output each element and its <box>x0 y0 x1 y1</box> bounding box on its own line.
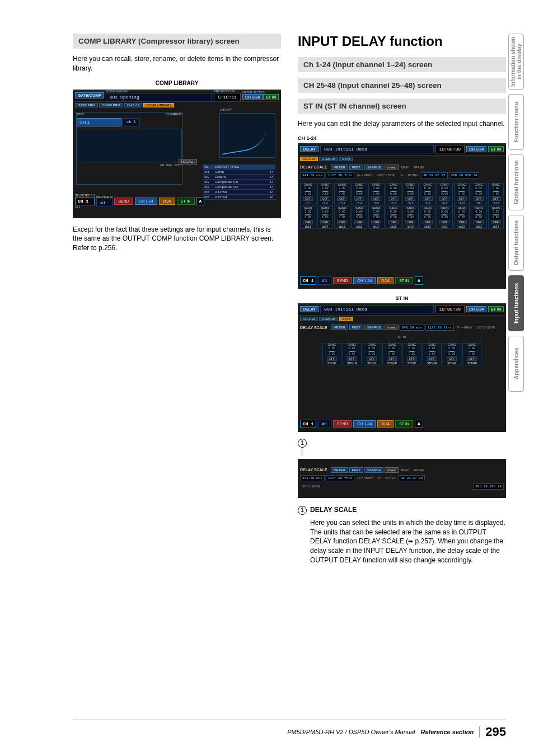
msec-button[interactable]: msec <box>385 165 398 170</box>
delay-knob[interactable] <box>322 214 329 215</box>
list-item[interactable]: 005A.Dr.BDR <box>203 190 275 195</box>
nav-tab[interactable]: STIN <box>339 157 353 161</box>
delay-knob[interactable] <box>368 351 375 352</box>
stin-tab-badge[interactable]: ST IN <box>263 94 279 100</box>
feet-button[interactable]: FEET <box>349 165 363 170</box>
nav-tab[interactable]: CH25-48 <box>319 157 338 161</box>
delay-knob[interactable] <box>424 191 431 192</box>
delay-knob[interactable] <box>339 214 345 215</box>
delay-scale-title: DELAY SCALE <box>310 506 357 515</box>
stin-button[interactable]: ST IN <box>395 277 413 284</box>
delay-knob[interactable] <box>329 351 335 352</box>
recall-button[interactable]: RECALL <box>179 159 197 165</box>
delay-knob[interactable] <box>305 191 311 192</box>
list-item[interactable]: 002ExpandR <box>203 175 275 180</box>
delay-knob[interactable] <box>390 214 397 215</box>
nav-tab[interactable]: GATE PRM <box>75 103 98 107</box>
nav-tab[interactable]: STIN <box>339 317 353 321</box>
stin-button[interactable]: ST IN <box>395 420 413 428</box>
delay-knob[interactable] <box>493 191 499 192</box>
dca-button[interactable]: DCA <box>377 420 394 428</box>
msec-button[interactable]: msec <box>385 325 398 330</box>
delay-knob[interactable] <box>349 351 355 352</box>
a-label: A <box>415 276 423 285</box>
side-tab-info[interactable]: Information shown in the display <box>508 34 524 90</box>
send-button[interactable]: SEND <box>114 198 133 205</box>
side-tab-output[interactable]: Output functions <box>508 215 524 271</box>
delay-knob[interactable] <box>305 214 311 215</box>
arrow-icon: ➥ <box>408 538 413 544</box>
delay-knob[interactable] <box>356 214 363 215</box>
delay-knob[interactable] <box>339 191 345 192</box>
delay-knob[interactable] <box>441 214 448 215</box>
ch-tab-badge[interactable]: CH 1-24 <box>242 94 263 100</box>
ch-tab[interactable]: CH 1-24 <box>466 306 486 312</box>
delay-knob[interactable] <box>441 191 448 192</box>
sample-button[interactable]: SAMPLE <box>364 325 383 330</box>
nav-tab-active[interactable]: COMP LIBRARY <box>143 103 174 107</box>
delay-knob[interactable] <box>469 351 475 352</box>
nav-tab[interactable]: COMP PRM <box>99 103 123 107</box>
delay-knob[interactable] <box>356 191 363 192</box>
selected-ch-name: ch 1 <box>75 205 95 209</box>
side-tab-input[interactable]: Input functions <box>508 275 524 331</box>
delay-knob[interactable] <box>322 191 329 192</box>
sample-button[interactable]: SAMPLE <box>364 165 383 170</box>
side-tab-function-menu[interactable]: Function menu <box>508 94 524 150</box>
sample-button[interactable]: SAMPLE <box>364 467 383 473</box>
delay-knob[interactable] <box>475 214 482 215</box>
nav-tab[interactable]: CH25-48 <box>319 317 338 321</box>
stin-button[interactable]: ST IN <box>177 198 195 205</box>
delay-knob[interactable] <box>475 191 482 192</box>
page-number: 295 <box>485 725 506 739</box>
ms-value: 343.59 m/s <box>300 475 325 481</box>
feet-button[interactable]: FEET <box>349 467 363 473</box>
dca-button[interactable]: DCA <box>377 277 394 284</box>
time-value: 18:08:00 <box>435 145 465 153</box>
delay-knob[interactable] <box>458 214 465 215</box>
stin-tab[interactable]: ST IN <box>488 146 504 152</box>
delay-knob[interactable] <box>373 214 380 215</box>
frame-row1: 30 29.97 25 <box>421 172 448 179</box>
delay-knob[interactable] <box>407 191 414 192</box>
nav-tab[interactable]: CH 1-24 <box>300 157 318 161</box>
side-tab-appendices[interactable]: Appendices <box>508 336 524 392</box>
nav-tab[interactable]: CH 1-12 <box>124 103 142 107</box>
dca-button[interactable]: DCA <box>159 198 175 205</box>
delay-knob[interactable] <box>429 351 435 352</box>
send-button[interactable]: SEND <box>333 277 352 284</box>
delay-knob[interactable] <box>407 214 414 215</box>
list-item[interactable]: 001CompR <box>203 170 275 175</box>
stin-tab[interactable]: ST IN <box>488 306 504 312</box>
meter-button[interactable]: METER <box>331 467 348 473</box>
delay-knob[interactable] <box>409 351 415 352</box>
delay-knob[interactable] <box>493 214 499 215</box>
ch124-button[interactable]: CH 1-24 <box>135 198 157 205</box>
module-badge: DELAY <box>300 146 318 152</box>
meter-button[interactable]: METER <box>331 165 348 170</box>
delay-knob[interactable] <box>388 351 395 352</box>
ft-value: 1127.26 ft/s <box>326 475 354 481</box>
msec-button[interactable]: msec <box>385 467 398 473</box>
a-label: A <box>415 420 423 428</box>
delay-knob[interactable] <box>424 214 431 215</box>
feet-button[interactable]: FEET <box>349 325 363 330</box>
side-tab-global[interactable]: Global functions <box>508 154 524 210</box>
ch124-button[interactable]: CH 1-24 <box>353 277 376 284</box>
delay-knob[interactable] <box>373 191 380 192</box>
list-item[interactable]: 004Compander (S)R <box>203 185 275 190</box>
ch124-button[interactable]: CH 1-24 <box>353 420 376 428</box>
comp-library-note: Except for the fact that these settings … <box>73 225 281 253</box>
nav-tab[interactable]: CH 1-24 <box>300 317 318 321</box>
list-item[interactable]: 003Compander (H)R <box>203 180 275 185</box>
delay-knob[interactable] <box>448 351 455 352</box>
delay-ch124-screenshot: DELAY 000 Initial Data 18:08:00 CH 1-24 … <box>298 143 506 289</box>
delay-knob[interactable] <box>458 191 465 192</box>
page-title: INPUT DELAY function <box>298 34 506 49</box>
library-list[interactable]: No. LIBRARY TITLE 001CompR 002ExpandR 00… <box>203 165 275 200</box>
send-button[interactable]: SEND <box>333 420 352 428</box>
ch-tab[interactable]: CH 1-24 <box>466 146 486 152</box>
scene-value: 000 Initial Data <box>320 145 434 153</box>
delay-knob[interactable] <box>390 191 397 192</box>
meter-button[interactable]: METER <box>331 325 348 330</box>
